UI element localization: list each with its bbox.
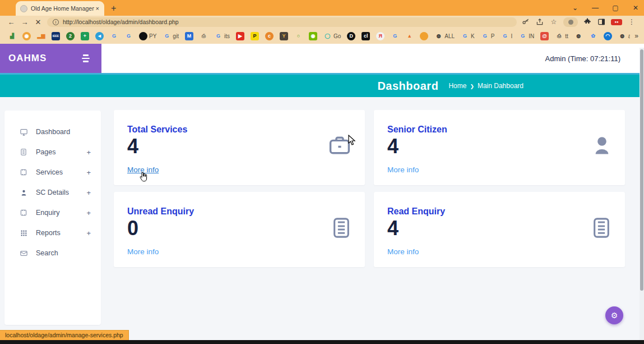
new-tab-button[interactable]: + [111, 3, 116, 13]
bookmark-star-icon[interactable]: ☆ [549, 17, 558, 26]
sidebar-item-sc-details[interactable]: SC Details + [4, 182, 101, 203]
url-text[interactable]: http://localhost/oldage/admin/dashboard.… [63, 19, 179, 25]
extensions-puzzle-icon[interactable] [583, 17, 592, 26]
maximize-button[interactable]: ▢ [611, 4, 619, 12]
bookmark-matlab-icon[interactable]: ▲ [405, 32, 414, 40]
bookmark-bars-orange-icon[interactable]: ▂▆ [37, 32, 45, 40]
address-bar[interactable]: i http://localhost/oldage/admin/dashboar… [47, 17, 517, 27]
minimize-button[interactable]: — [591, 4, 599, 12]
bookmark-p-yellow-icon[interactable]: P [251, 32, 259, 40]
bookmark-cl-black-icon[interactable]: cl [362, 32, 370, 40]
page-banner: Dashboard Home ❯ Main Dahboard [0, 75, 644, 97]
bookmark-go-teal-icon[interactable]: ◯Go [323, 32, 341, 40]
bookmark-label: ALL [444, 33, 455, 39]
bookmark-google-icon[interactable]: GIN [518, 32, 534, 40]
chrome-menu-chevron-icon[interactable]: ⌄ [571, 4, 579, 12]
scrollbar-thumb[interactable] [640, 49, 643, 291]
more-info-link[interactable]: More info [127, 166, 159, 174]
plus-icon[interactable]: + [86, 189, 91, 197]
bookmark-nvidia-icon[interactable]: ◉ [309, 32, 317, 40]
close-button[interactable]: ✕ [632, 4, 640, 12]
bookmark-trophy-dark-icon[interactable]: Y [280, 32, 288, 40]
p-yellow-icon: P [251, 32, 259, 40]
bookmark-globe-icon[interactable]: ◍ad [618, 32, 631, 40]
mail-red-icon: @ [540, 32, 549, 40]
bookmark-github-icon[interactable]: PY [139, 32, 156, 40]
card-unread-enquiry: Unread Enquiry 0 More info [114, 192, 365, 267]
chrome-menu-dots-icon[interactable]: ⋮ [627, 17, 636, 26]
bookmark-duck-black-icon[interactable]: D [347, 32, 355, 40]
person-icon [19, 188, 28, 197]
tab-close-icon[interactable]: × [94, 5, 101, 12]
site-info-icon[interactable]: i [53, 19, 59, 25]
bookmark-google-icon[interactable]: Ggit [163, 32, 179, 40]
bookmark-mail-red-icon[interactable]: @ [540, 32, 549, 40]
bookmark-google-icon[interactable]: G [110, 32, 118, 40]
sidebar-item-dashboard[interactable]: Dashboard [4, 122, 101, 142]
more-info-link[interactable]: More info [127, 247, 159, 256]
plus-icon[interactable]: + [86, 209, 91, 217]
browser-tab[interactable]: Old Age Home Management Sys × [16, 1, 104, 16]
bookmark-google-icon[interactable]: GP [481, 32, 495, 40]
forward-icon[interactable]: → [18, 18, 31, 26]
sidebar-item-services[interactable]: Services + [4, 162, 101, 182]
side-panel-icon[interactable] [597, 17, 606, 26]
bookmark-google-icon[interactable]: G [124, 32, 133, 40]
plus-icon[interactable]: + [86, 229, 91, 237]
stop-icon[interactable]: ✕ [31, 18, 45, 26]
breadcrumb: Home ❯ Main Dahboard [448, 82, 523, 90]
google-icon: G [461, 32, 469, 40]
sidebar-item-enquiry[interactable]: Enquiry + [4, 203, 101, 223]
bookmark-bird-orange-icon[interactable] [420, 32, 428, 40]
profile-avatar[interactable] [563, 17, 578, 27]
bookmark-photos-icon[interactable]: ✿ [589, 32, 597, 40]
share-icon[interactable] [535, 17, 544, 26]
bookmark-youtube-icon[interactable]: ▶ [236, 32, 244, 40]
hamburger-menu-icon[interactable] [81, 54, 90, 62]
bookmark-ieee-navy-icon[interactable]: IEEE [52, 32, 60, 40]
google-icon: G [391, 32, 399, 40]
bookmark-google-icon[interactable]: GK [461, 32, 475, 40]
bookmark-ring-green-icon[interactable]: ○ [294, 32, 303, 40]
bookmark-google-icon[interactable]: G [391, 32, 399, 40]
bookmark-mail-blue-icon[interactable]: M [185, 32, 193, 40]
card-senior-citizen: Senior Citizen 4 More info [374, 110, 625, 185]
bookmark-yandex-icon[interactable]: Я [376, 32, 384, 40]
bookmark-globe-icon[interactable]: ◍ [574, 32, 583, 40]
bookmark-printer-icon[interactable]: ⎙ [200, 32, 208, 40]
vertical-scrollbar[interactable] [640, 48, 644, 340]
bookmarks-overflow-icon[interactable]: » [634, 32, 638, 40]
github-icon [139, 32, 147, 40]
bookmark-analytics-green-icon[interactable]: ▟ [8, 32, 16, 40]
bookmark-google-icon[interactable]: Gits [214, 32, 230, 40]
sidebar-item-search[interactable]: Search [4, 243, 101, 263]
plus-icon[interactable]: + [86, 168, 91, 177]
bookmark-camera-orange-icon[interactable]: c [265, 32, 274, 40]
card-read-enquiry: Read Enquiry 4 More info [374, 192, 625, 267]
bookmark-google-icon[interactable]: GI [501, 32, 512, 40]
bookmark-printer-dark-icon[interactable]: ⎙tt [555, 32, 568, 40]
bookmark-globe-icon[interactable]: ◍ALL [434, 32, 455, 40]
ticket-icon [19, 168, 28, 177]
mail-blue-icon: M [185, 32, 193, 40]
more-info-link[interactable]: More info [387, 247, 419, 256]
sidebar-item-reports[interactable]: Reports + [4, 223, 101, 243]
bookmark-telegram-icon[interactable]: ◄ [95, 32, 104, 40]
bookmark-sheets-green-icon[interactable]: + [81, 32, 89, 40]
bookmark-circle-blue-icon[interactable]: ◠ [604, 32, 612, 40]
sidebar-item-pages[interactable]: Pages + [4, 142, 101, 162]
back-icon[interactable]: ← [4, 18, 18, 26]
bookmark-coin-orange-icon[interactable]: ◉ [22, 32, 31, 40]
brand-block: OAHMS [0, 44, 101, 73]
browser-titlebar: Old Age Home Management Sys × + ⌄ — ▢ ✕ [0, 0, 644, 16]
plus-icon[interactable]: + [86, 148, 91, 157]
settings-fab-button[interactable]: ⚙ [605, 306, 623, 324]
matlab-icon: ▲ [405, 32, 414, 40]
extension-badge-icon[interactable]: ●● [611, 19, 622, 25]
brand-logo[interactable]: OAHMS [8, 53, 47, 64]
more-info-link[interactable]: More info [387, 166, 419, 174]
password-key-icon[interactable] [521, 17, 530, 26]
breadcrumb-home[interactable]: Home [448, 82, 466, 90]
bookmark-two-green-icon[interactable]: 2 [66, 32, 75, 40]
tab-title: Old Age Home Management Sys [31, 5, 94, 12]
